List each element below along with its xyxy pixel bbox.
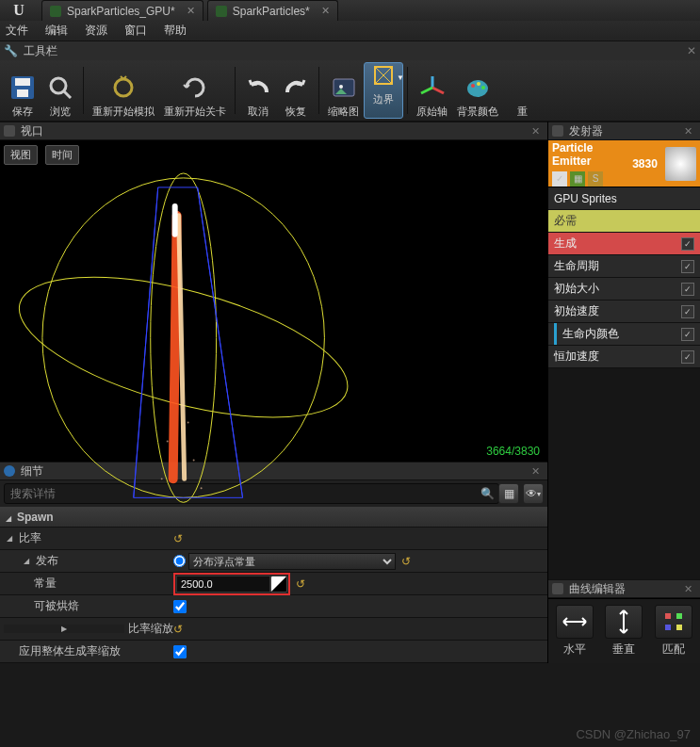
- emitter-render-icon[interactable]: ▦: [570, 171, 585, 187]
- module-lifetime[interactable]: 生命周期: [548, 255, 700, 278]
- browse-button[interactable]: 浏览: [41, 62, 79, 119]
- svg-point-5: [115, 79, 132, 96]
- menu-asset[interactable]: 资源: [85, 23, 107, 39]
- svg-rect-1: [15, 78, 30, 86]
- panel-close-icon[interactable]: ✕: [687, 44, 696, 57]
- prop-distribution[interactable]: 发布 分布浮点常量 ↺: [0, 550, 547, 573]
- constant-input[interactable]: [176, 576, 270, 593]
- generic-icon: [508, 73, 536, 102]
- module-checkbox-icon[interactable]: [681, 328, 694, 341]
- curve-toolbar: 水平 垂直 匹配: [548, 598, 700, 663]
- svg-rect-28: [665, 625, 671, 630]
- viewport-particle-count: 3664/3830: [486, 445, 540, 458]
- bakeable-checkbox[interactable]: [173, 600, 187, 613]
- details-property-list: 比率 ↺ 发布 分布浮点常量 ↺ 常量 ↺: [0, 528, 547, 663]
- prop-rate-scale[interactable]: 比率缩放 ↺: [0, 618, 547, 641]
- bounds-button[interactable]: 边界▼: [364, 62, 403, 119]
- tab-close-icon[interactable]: ✕: [321, 5, 330, 17]
- more-toolbar-button[interactable]: 重: [503, 62, 541, 119]
- module-initial-velocity[interactable]: 初始速度: [548, 300, 700, 323]
- expand-arrow-icon[interactable]: [4, 534, 15, 543]
- viewport[interactable]: 视图 时间 3664/3830: [0, 140, 547, 462]
- emitter-enable-icon[interactable]: ✓: [552, 171, 567, 187]
- svg-rect-27: [676, 613, 682, 619]
- distribution-select[interactable]: 分布浮点常量: [188, 553, 396, 570]
- module-spawn[interactable]: 生成: [548, 233, 700, 255]
- constant-highlight: [173, 573, 290, 595]
- svg-line-12: [432, 88, 444, 93]
- unreal-logo-icon[interactable]: U: [0, 0, 38, 21]
- svg-line-13: [421, 88, 432, 93]
- bgcolor-button[interactable]: 背景颜色: [452, 62, 503, 119]
- doc-tab-cpu[interactable]: SparkParticles* ✕: [207, 0, 338, 21]
- module-checkbox-icon[interactable]: [681, 305, 694, 318]
- panel-close-icon[interactable]: ✕: [528, 125, 544, 138]
- redo-button[interactable]: 恢复: [277, 62, 315, 119]
- restart-level-button[interactable]: 重新开始关卡: [159, 62, 231, 119]
- emitters-panel-header: 发射器 ✕: [548, 122, 700, 140]
- prop-use-global-rate[interactable]: 应用整体生成率缩放: [0, 641, 547, 663]
- curve-editor-panel-header: 曲线编辑器 ✕: [548, 579, 700, 598]
- menu-window[interactable]: 窗口: [124, 23, 147, 39]
- module-typedata[interactable]: GPU Sprites: [548, 187, 700, 210]
- emitters-panel-title: 发射器: [569, 123, 603, 139]
- menu-help[interactable]: 帮助: [164, 23, 187, 39]
- gear-refresh-icon: [109, 73, 138, 102]
- emitter-solo-icon[interactable]: S: [588, 171, 603, 187]
- tab-close-icon[interactable]: ✕: [187, 5, 195, 17]
- menu-bar: 文件 编辑 资源 窗口 帮助: [0, 21, 700, 41]
- curve-fit-all-button[interactable]: 匹配: [653, 605, 694, 658]
- curve-editor-panel-title: 曲线编辑器: [569, 581, 626, 597]
- particle-doc-icon: [50, 6, 61, 17]
- thumbnail-button[interactable]: 缩略图: [323, 62, 364, 119]
- undo-icon: [244, 73, 272, 102]
- emitter-name-label: Particle Emitter: [552, 141, 628, 168]
- menu-file[interactable]: 文件: [6, 23, 28, 39]
- bounds-icon: [369, 61, 398, 89]
- fit-vertical-icon: [605, 605, 643, 639]
- curve-fit-vertical-button[interactable]: 垂直: [603, 605, 644, 658]
- module-checkbox-icon[interactable]: [681, 350, 694, 364]
- spinner-icon[interactable]: [270, 576, 287, 593]
- expand-arrow-icon[interactable]: [21, 557, 32, 565]
- menu-edit[interactable]: 编辑: [45, 23, 68, 39]
- emitter-header[interactable]: Particle Emitter ✓ ▦ S 3830: [548, 140, 700, 187]
- curve-tab-icon: [552, 583, 563, 594]
- panel-close-icon[interactable]: ✕: [680, 583, 696, 595]
- restart-sim-button[interactable]: 重新开始模拟: [88, 62, 159, 119]
- viewport-panel-title: 视口: [21, 123, 43, 139]
- distribution-radio[interactable]: [173, 555, 186, 567]
- panel-close-icon[interactable]: ✕: [680, 125, 696, 138]
- dropdown-caret-icon[interactable]: ▼: [397, 73, 404, 82]
- axis-icon: [418, 73, 447, 102]
- module-curve-indicator-icon: [554, 323, 557, 345]
- title-bar: U SparkParticles_GPU* ✕ SparkParticles* …: [0, 0, 700, 21]
- expand-arrow-icon[interactable]: [4, 625, 124, 633]
- toolbar-panel-title: 工具栏: [24, 43, 57, 59]
- curve-fit-horizontal-button[interactable]: 水平: [554, 605, 595, 658]
- save-button[interactable]: 保存: [4, 62, 41, 119]
- fit-horizontal-icon: [556, 605, 594, 639]
- undo-button[interactable]: 取消: [239, 62, 277, 119]
- watermark-text: CSDN @Zhichao_97: [576, 727, 691, 741]
- svg-point-15: [471, 84, 475, 88]
- module-checkbox-icon[interactable]: [681, 237, 694, 251]
- reset-icon[interactable]: ↺: [173, 532, 183, 545]
- module-checkbox-icon[interactable]: [681, 260, 694, 273]
- prop-constant[interactable]: 常量 ↺: [0, 573, 547, 595]
- svg-point-24: [161, 478, 163, 479]
- doc-tab-gpu[interactable]: SparkParticles_GPU* ✕: [41, 0, 203, 21]
- module-checkbox-icon[interactable]: [681, 283, 694, 296]
- module-const-acceleration[interactable]: 恒加速度: [548, 346, 700, 368]
- reset-icon[interactable]: ↺: [173, 623, 183, 636]
- emitter-count-label: 3830: [632, 157, 658, 171]
- module-initial-size[interactable]: 初始大小: [548, 278, 700, 300]
- module-color-over-life[interactable]: 生命内颜色: [548, 323, 700, 346]
- use-global-checkbox[interactable]: [173, 645, 187, 658]
- reset-icon[interactable]: ↺: [401, 555, 411, 568]
- prop-bakeable[interactable]: 可被烘焙: [0, 595, 547, 618]
- module-required[interactable]: 必需: [548, 210, 700, 233]
- reset-icon[interactable]: ↺: [296, 577, 305, 591]
- origin-axis-button[interactable]: 原始轴: [412, 62, 452, 119]
- prop-rate[interactable]: 比率 ↺: [0, 528, 547, 550]
